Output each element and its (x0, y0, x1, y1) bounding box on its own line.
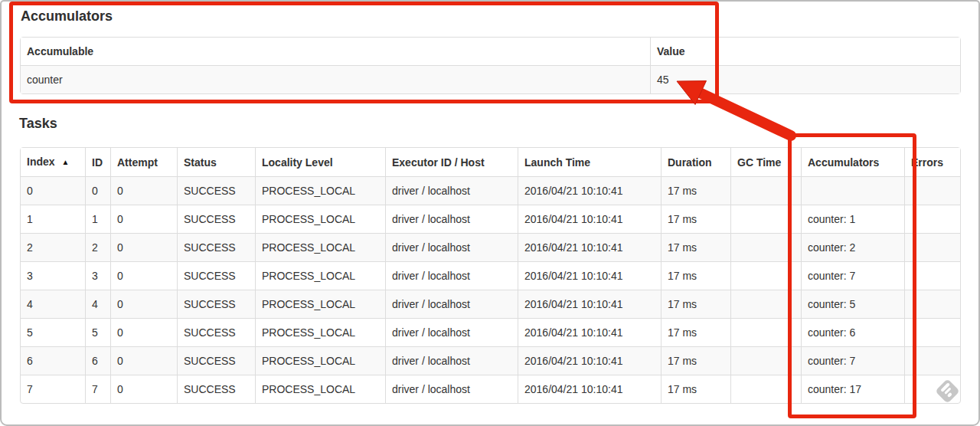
task-cell-errors (904, 233, 960, 261)
task-cell-accumulators: counter: 17 (801, 375, 904, 403)
task-cell-accumulators: counter: 7 (801, 261, 904, 290)
task-cell-executor: driver / localhost (385, 290, 518, 318)
task-cell-index: 3 (21, 261, 85, 290)
task-cell-id: 0 (85, 176, 110, 205)
task-cell-index: 0 (21, 176, 85, 205)
task-cell-executor: driver / localhost (385, 205, 518, 233)
task-cell-attempt: 0 (110, 233, 177, 261)
task-cell-duration: 17 ms (661, 290, 730, 318)
task-cell-gc_time (730, 261, 801, 290)
task-cell-executor: driver / localhost (385, 233, 518, 261)
task-cell-status: SUCCESS (177, 346, 255, 375)
task-cell-launch: 2016/04/21 10:10:41 (518, 290, 661, 318)
task-cell-attempt: 0 (110, 375, 177, 403)
index-column-header[interactable]: Index▲ (21, 148, 85, 176)
task-cell-id: 1 (85, 205, 110, 233)
task-cell-duration: 17 ms (661, 375, 730, 403)
task-cell-duration: 17 ms (661, 318, 730, 346)
errors-column-header[interactable]: Errors (904, 148, 960, 176)
task-cell-gc_time (730, 346, 801, 375)
task-cell-executor: driver / localhost (385, 375, 518, 403)
duration-column-header[interactable]: Duration (661, 148, 730, 176)
tasks-section-title: Tasks (19, 115, 57, 132)
task-cell-index: 5 (21, 318, 85, 346)
accumulators-header-row: Accumulable Value (21, 38, 960, 65)
task-cell-status: SUCCESS (177, 205, 255, 233)
task-cell-launch: 2016/04/21 10:10:41 (518, 176, 661, 205)
task-cell-id: 6 (85, 346, 110, 375)
task-cell-accumulators: counter: 7 (801, 346, 904, 375)
task-cell-attempt: 0 (110, 346, 177, 375)
task-cell-index: 6 (21, 346, 85, 375)
task-cell-id: 7 (85, 375, 110, 403)
gc-time-column-header[interactable]: GC Time (730, 148, 801, 176)
accumulable-value-cell: 45 (650, 65, 960, 93)
task-cell-status: SUCCESS (177, 318, 255, 346)
accumulator-row: counter 45 (21, 65, 960, 93)
task-cell-launch: 2016/04/21 10:10:41 (518, 375, 661, 403)
task-cell-locality: PROCESS_LOCAL (255, 290, 385, 318)
accumulators-column-header[interactable]: Accumulators (801, 148, 904, 176)
task-cell-executor: driver / localhost (385, 261, 518, 290)
task-cell-accumulators: counter: 5 (801, 290, 904, 318)
task-cell-locality: PROCESS_LOCAL (255, 375, 385, 403)
task-cell-errors (904, 205, 960, 233)
executor-id-host-column-header[interactable]: Executor ID / Host (385, 148, 518, 176)
tasks-table-body: 000SUCCESSPROCESS_LOCALdriver / localhos… (21, 176, 960, 403)
task-cell-locality: PROCESS_LOCAL (255, 318, 385, 346)
launch-time-column-header[interactable]: Launch Time (518, 148, 661, 176)
task-row: 550SUCCESSPROCESS_LOCALdriver / localhos… (21, 318, 960, 346)
task-cell-duration: 17 ms (661, 346, 730, 375)
task-cell-errors (904, 290, 960, 318)
task-row: 110SUCCESSPROCESS_LOCALdriver / localhos… (21, 205, 960, 233)
task-cell-attempt: 0 (110, 261, 177, 290)
accumulators-table: Accumulable Value counter 45 (20, 37, 961, 94)
task-cell-index: 1 (21, 205, 85, 233)
task-row: 330SUCCESSPROCESS_LOCALdriver / localhos… (21, 261, 960, 290)
id-column-header[interactable]: ID (85, 148, 110, 176)
tasks-table: Index▲ ID Attempt Status Locality Level … (20, 147, 961, 404)
task-cell-status: SUCCESS (177, 261, 255, 290)
accumulable-column-header[interactable]: Accumulable (21, 38, 650, 65)
task-cell-attempt: 0 (110, 205, 177, 233)
task-row: 000SUCCESSPROCESS_LOCALdriver / localhos… (21, 176, 960, 205)
task-cell-executor: driver / localhost (385, 176, 518, 205)
task-cell-locality: PROCESS_LOCAL (255, 346, 385, 375)
task-cell-gc_time (730, 233, 801, 261)
task-cell-duration: 17 ms (661, 261, 730, 290)
task-cell-launch: 2016/04/21 10:10:41 (518, 261, 661, 290)
task-cell-accumulators: counter: 6 (801, 318, 904, 346)
locality-level-column-header[interactable]: Locality Level (255, 148, 385, 176)
task-cell-status: SUCCESS (177, 176, 255, 205)
task-row: 660SUCCESSPROCESS_LOCALdriver / localhos… (21, 346, 960, 375)
task-cell-errors (904, 176, 960, 205)
task-cell-attempt: 0 (110, 176, 177, 205)
task-cell-launch: 2016/04/21 10:10:41 (518, 205, 661, 233)
task-cell-errors (904, 346, 960, 375)
task-cell-gc_time (730, 318, 801, 346)
attempt-column-header[interactable]: Attempt (110, 148, 177, 176)
task-cell-gc_time (730, 290, 801, 318)
task-cell-attempt: 0 (110, 290, 177, 318)
task-cell-index: 7 (21, 375, 85, 403)
task-cell-attempt: 0 (110, 318, 177, 346)
task-cell-duration: 17 ms (661, 233, 730, 261)
task-cell-launch: 2016/04/21 10:10:41 (518, 318, 661, 346)
task-cell-executor: driver / localhost (385, 318, 518, 346)
task-cell-locality: PROCESS_LOCAL (255, 176, 385, 205)
value-column-header[interactable]: Value (650, 38, 960, 65)
task-cell-locality: PROCESS_LOCAL (255, 261, 385, 290)
status-column-header[interactable]: Status (177, 148, 255, 176)
task-cell-accumulators: counter: 1 (801, 205, 904, 233)
task-cell-accumulators: counter: 2 (801, 233, 904, 261)
task-cell-duration: 17 ms (661, 176, 730, 205)
sort-ascending-icon: ▲ (62, 158, 70, 166)
task-row: 770SUCCESSPROCESS_LOCALdriver / localhos… (21, 375, 960, 403)
task-cell-status: SUCCESS (177, 375, 255, 403)
accumulable-name-cell: counter (21, 65, 650, 93)
task-cell-status: SUCCESS (177, 233, 255, 261)
task-row: 440SUCCESSPROCESS_LOCALdriver / localhos… (21, 290, 960, 318)
task-cell-gc_time (730, 205, 801, 233)
accumulators-section-title: Accumulators (21, 8, 113, 25)
task-cell-id: 4 (85, 290, 110, 318)
